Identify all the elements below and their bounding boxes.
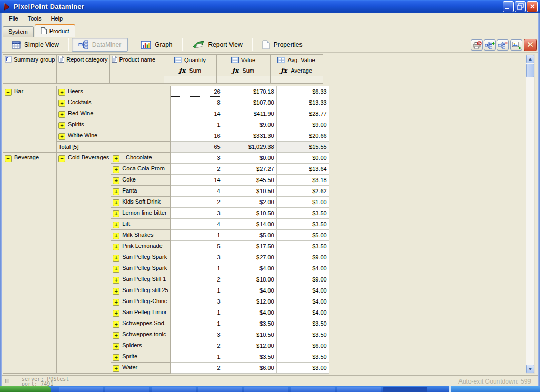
avg-value-cell[interactable]: $3.00 — [276, 363, 329, 374]
value-cell[interactable]: $3.50 — [223, 318, 276, 329]
quantity-cell[interactable]: 14 — [170, 108, 223, 119]
value-cell[interactable]: $27.00 — [223, 252, 276, 263]
report-category-cell[interactable]: +White Wine — [57, 130, 171, 142]
value-cell[interactable]: $45.50 — [223, 175, 276, 186]
product-cell[interactable]: +Fanta — [111, 186, 170, 197]
avg-value-cell[interactable]: $3.18 — [276, 175, 329, 186]
product-cell[interactable]: +San Pelleg Spark — [111, 263, 170, 274]
taskbar-window-button[interactable] — [152, 387, 196, 392]
restore-button[interactable] — [515, 1, 526, 12]
expand-icon[interactable]: + — [113, 177, 119, 184]
product-cell[interactable]: +San Pelleg still 25 — [111, 285, 170, 296]
expand-icon[interactable]: + — [113, 354, 119, 361]
avg-value-cell[interactable]: $15.55 — [276, 142, 329, 153]
quantity-cell[interactable]: 8 — [170, 97, 223, 108]
expand-icon[interactable]: + — [113, 255, 119, 262]
avg-value-cell[interactable]: $3.50 — [276, 241, 329, 252]
app-icon[interactable] — [3, 2, 12, 11]
avg-value-cell[interactable]: $13.64 — [276, 164, 329, 175]
product-cell[interactable]: +Lift — [111, 219, 170, 230]
report-category-cell[interactable]: +Red Wine — [57, 108, 171, 119]
expand-icon[interactable]: + — [113, 277, 119, 284]
col-summary-group[interactable]: Summary group — [3, 55, 57, 84]
tab-product[interactable]: Product — [35, 24, 75, 37]
quantity-cell[interactable]: 16 — [170, 130, 223, 142]
avg-value-cell[interactable]: $3.50 — [276, 329, 329, 340]
menu-file[interactable]: File — [4, 14, 23, 23]
value-cell[interactable]: $14.00 — [223, 219, 276, 230]
product-cell[interactable]: +San Pelleg-Limor — [111, 307, 170, 318]
close-view-button[interactable]: ✕ — [524, 39, 537, 51]
product-cell[interactable]: +Pink Lemonade — [111, 241, 170, 252]
avg-value-cell[interactable]: $1.00 — [276, 197, 329, 208]
avg-value-cell[interactable]: $13.33 — [276, 97, 329, 108]
expand-icon[interactable]: + — [113, 310, 119, 317]
product-cell[interactable]: +Kids Soft Drink — [111, 197, 170, 208]
quantity-cell[interactable]: 26 — [170, 86, 223, 97]
quantity-cell[interactable]: 3 — [170, 329, 223, 340]
value-cell[interactable]: $10.50 — [223, 208, 276, 219]
col-avg-value[interactable]: Avg. Value — [270, 55, 323, 65]
product-cell[interactable]: +San Pelleg-Chinc — [111, 296, 170, 307]
product-cell[interactable]: +Coca Cola Prom — [111, 164, 170, 175]
avg-value-cell[interactable]: $0.00 — [276, 153, 329, 164]
quantity-cell[interactable]: 3 — [170, 252, 223, 263]
avg-value-cell[interactable]: $4.00 — [276, 296, 329, 307]
expand-icon[interactable]: + — [113, 233, 119, 239]
quantity-cell[interactable]: 14 — [170, 175, 223, 186]
expand-icon[interactable]: + — [113, 299, 119, 306]
report-category-cell[interactable]: +Beers — [57, 86, 171, 97]
quantity-cell[interactable]: 2 — [170, 164, 223, 175]
vertical-scrollbar[interactable]: ▲ ▼ — [526, 54, 535, 374]
quantity-cell[interactable]: 65 — [170, 142, 223, 153]
quantity-cell[interactable]: 3 — [170, 153, 223, 164]
value-cell[interactable]: $107.00 — [223, 97, 276, 108]
start-button[interactable] — [0, 386, 51, 392]
expand-icon[interactable]: + — [113, 321, 119, 328]
value-cell[interactable]: $2.00 — [223, 197, 276, 208]
scroll-down-arrow[interactable]: ▼ — [526, 365, 534, 373]
collapse-icon[interactable]: − — [58, 155, 65, 162]
product-cell[interactable]: +Coke — [111, 175, 170, 186]
product-cell[interactable]: +- Chocolate — [111, 153, 170, 164]
filter-cell[interactable] — [216, 76, 270, 84]
filter-cell[interactable] — [270, 76, 323, 84]
product-cell[interactable]: +Spiders — [111, 340, 170, 351]
avg-value-cell[interactable]: $6.00 — [276, 340, 329, 351]
agg-value[interactable]: ƒxSum — [216, 65, 270, 76]
menu-help[interactable]: Help — [46, 14, 67, 23]
quantity-cell[interactable]: 2 — [170, 363, 223, 374]
product-cell[interactable]: +San Pelleg Still 1 — [111, 274, 170, 285]
value-cell[interactable]: $6.00 — [223, 363, 276, 374]
value-cell[interactable]: $411.90 — [223, 108, 276, 119]
tab-system[interactable]: System — [3, 26, 34, 37]
taskbar-window-button-active[interactable] — [383, 387, 427, 392]
report-category-cell[interactable]: −Cold Beverages — [57, 153, 111, 374]
expand-icon[interactable]: + — [113, 199, 119, 206]
taskbar-window-button[interactable] — [291, 387, 335, 392]
expand-icon[interactable]: + — [113, 288, 119, 295]
properties-button[interactable]: Properties — [255, 38, 309, 52]
product-cell[interactable]: +Sprite — [111, 351, 170, 363]
col-value[interactable]: Value — [216, 55, 270, 65]
quantity-cell[interactable]: 1 — [170, 119, 223, 130]
value-cell[interactable]: $12.00 — [223, 296, 276, 307]
taskbar-window-button[interactable] — [198, 387, 242, 392]
value-cell[interactable]: $10.50 — [223, 329, 276, 340]
taskbar-window-button[interactable] — [59, 387, 103, 392]
avg-value-cell[interactable]: $3.50 — [276, 318, 329, 329]
quantity-cell[interactable]: 1 — [170, 285, 223, 296]
agg-avg[interactable]: ƒxAverage — [270, 65, 323, 76]
avg-value-cell[interactable]: $9.00 — [276, 119, 329, 130]
report-category-cell[interactable]: +Cocktails — [57, 97, 171, 108]
avg-value-cell[interactable]: $5.00 — [276, 230, 329, 241]
avg-value-cell[interactable]: $4.00 — [276, 285, 329, 296]
product-cell[interactable]: +Schweppes Sod. — [111, 318, 170, 329]
taskbar-window-button[interactable] — [105, 387, 149, 392]
summary-group-cell[interactable]: −Beverage — [3, 153, 57, 374]
quantity-cell[interactable]: 3 — [170, 296, 223, 307]
expand-icon[interactable]: + — [113, 188, 119, 195]
avg-value-cell[interactable]: $4.00 — [276, 263, 329, 274]
avg-value-cell[interactable]: $3.50 — [276, 219, 329, 230]
value-cell[interactable]: $3.50 — [223, 351, 276, 363]
